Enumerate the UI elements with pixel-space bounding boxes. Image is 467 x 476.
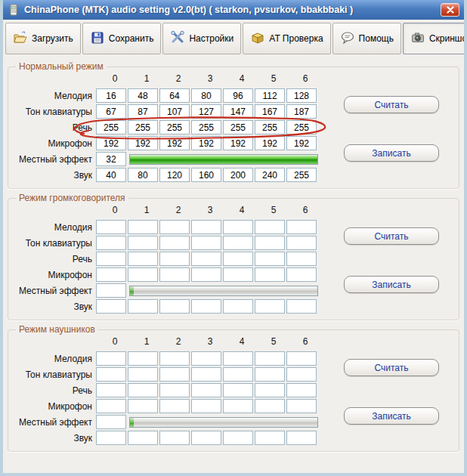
speech-value-field-1[interactable] <box>128 252 158 266</box>
melody-value-field-6[interactable] <box>286 351 317 366</box>
keypad_tone-value-field-2[interactable] <box>159 367 190 382</box>
microphone-value-field-3[interactable] <box>191 267 221 282</box>
speech-value-field-0[interactable] <box>96 383 126 397</box>
microphone-value-field-5[interactable] <box>255 136 285 150</box>
microphone-value-field-4[interactable] <box>223 399 253 413</box>
melody-value-field-5[interactable] <box>255 351 285 366</box>
local-effect-level-bar[interactable] <box>129 154 318 165</box>
melody-value-field-0[interactable] <box>96 220 126 234</box>
keypad_tone-value-field-5[interactable] <box>255 367 285 382</box>
microphone-value-field-1[interactable] <box>128 136 158 150</box>
speech-value-field-3[interactable] <box>191 252 221 266</box>
sound-value-field-4[interactable] <box>223 299 253 314</box>
sound-value-field-3[interactable] <box>191 299 221 314</box>
melody-value-field-2[interactable] <box>159 88 190 103</box>
microphone-value-field-2[interactable] <box>159 399 190 413</box>
speech-value-field-1[interactable] <box>128 120 158 134</box>
sound-value-field-1[interactable] <box>128 299 158 314</box>
speech-value-field-3[interactable] <box>191 383 221 397</box>
sound-value-field-5[interactable] <box>255 431 285 445</box>
melody-value-field-1[interactable] <box>128 220 158 234</box>
keypad_tone-value-field-6[interactable] <box>286 236 317 250</box>
microphone-value-field-4[interactable] <box>223 136 253 150</box>
speech-value-field-2[interactable] <box>159 252 190 266</box>
sound-value-field-2[interactable] <box>159 168 190 182</box>
melody-value-field-4[interactable] <box>223 351 253 366</box>
microphone-value-field-1[interactable] <box>128 399 158 413</box>
speech-value-field-0[interactable] <box>96 252 126 266</box>
speech-value-field-4[interactable] <box>223 252 253 266</box>
sound-value-field-6[interactable] <box>286 299 317 314</box>
melody-value-field-4[interactable] <box>223 88 253 103</box>
melody-value-field-3[interactable] <box>191 88 221 103</box>
toolbar-button-3[interactable]: Настройки <box>162 23 241 54</box>
microphone-value-field-1[interactable] <box>128 267 158 282</box>
sound-value-field-2[interactable] <box>159 431 190 445</box>
toolbar-button-6[interactable]: Скриншот <box>403 23 467 54</box>
read-button[interactable]: Считать <box>344 359 439 376</box>
microphone-value-field-2[interactable] <box>159 267 190 282</box>
sound-value-field-5[interactable] <box>255 168 285 182</box>
keypad_tone-value-field-2[interactable] <box>159 104 190 119</box>
keypad_tone-value-field-5[interactable] <box>255 104 285 119</box>
toolbar-button-5[interactable]: Помощь <box>332 23 401 54</box>
sound-value-field-0[interactable] <box>96 299 126 314</box>
write-button[interactable]: Записать <box>344 407 439 425</box>
speech-value-field-6[interactable] <box>286 252 317 266</box>
local_effect-value-field-0[interactable] <box>96 415 126 429</box>
melody-value-field-3[interactable] <box>191 220 221 234</box>
sound-value-field-0[interactable] <box>96 168 126 182</box>
sound-value-field-2[interactable] <box>159 299 190 314</box>
sound-value-field-1[interactable] <box>128 168 158 182</box>
speech-value-field-0[interactable] <box>96 120 126 134</box>
keypad_tone-value-field-2[interactable] <box>159 236 190 250</box>
speech-value-field-2[interactable] <box>159 120 190 134</box>
toolbar-button-2[interactable]: Сохранить <box>82 23 162 54</box>
speech-value-field-4[interactable] <box>223 383 253 397</box>
speech-value-field-2[interactable] <box>159 383 190 397</box>
microphone-value-field-3[interactable] <box>191 136 221 150</box>
microphone-value-field-2[interactable] <box>159 136 190 150</box>
melody-value-field-6[interactable] <box>286 220 317 234</box>
sound-value-field-3[interactable] <box>191 431 221 445</box>
close-button[interactable] <box>441 3 459 17</box>
microphone-value-field-4[interactable] <box>223 267 253 282</box>
melody-value-field-5[interactable] <box>255 88 285 103</box>
microphone-value-field-6[interactable] <box>286 399 317 413</box>
keypad_tone-value-field-0[interactable] <box>96 104 126 119</box>
keypad_tone-value-field-4[interactable] <box>223 104 253 119</box>
toolbar-button-4[interactable]: AT Проверка <box>243 23 330 54</box>
read-button[interactable]: Считать <box>344 227 439 245</box>
keypad_tone-value-field-3[interactable] <box>191 367 221 382</box>
melody-value-field-4[interactable] <box>223 220 253 234</box>
keypad_tone-value-field-3[interactable] <box>191 104 221 119</box>
speech-value-field-6[interactable] <box>286 120 317 134</box>
keypad_tone-value-field-1[interactable] <box>128 236 158 250</box>
keypad_tone-value-field-0[interactable] <box>96 367 126 382</box>
microphone-value-field-0[interactable] <box>96 267 126 282</box>
melody-value-field-6[interactable] <box>286 88 317 103</box>
microphone-value-field-3[interactable] <box>191 399 221 413</box>
melody-value-field-1[interactable] <box>128 88 158 103</box>
speech-value-field-5[interactable] <box>255 252 285 266</box>
sound-value-field-6[interactable] <box>286 168 317 182</box>
write-button[interactable]: Записать <box>344 276 439 293</box>
melody-value-field-0[interactable] <box>96 88 126 103</box>
keypad_tone-value-field-3[interactable] <box>191 236 221 250</box>
microphone-value-field-5[interactable] <box>255 267 285 282</box>
keypad_tone-value-field-6[interactable] <box>286 367 317 382</box>
melody-value-field-1[interactable] <box>128 351 158 366</box>
microphone-value-field-5[interactable] <box>255 399 285 413</box>
speech-value-field-4[interactable] <box>223 120 253 134</box>
sound-value-field-6[interactable] <box>286 431 317 445</box>
speech-value-field-1[interactable] <box>128 383 158 397</box>
microphone-value-field-6[interactable] <box>286 267 317 282</box>
write-button[interactable]: Записать <box>344 144 439 162</box>
local-effect-level-bar[interactable] <box>129 286 318 296</box>
melody-value-field-3[interactable] <box>191 351 221 366</box>
keypad_tone-value-field-0[interactable] <box>96 236 126 250</box>
sound-value-field-4[interactable] <box>223 168 253 182</box>
melody-value-field-0[interactable] <box>96 351 126 366</box>
keypad_tone-value-field-4[interactable] <box>223 367 253 382</box>
speech-value-field-5[interactable] <box>255 120 285 134</box>
